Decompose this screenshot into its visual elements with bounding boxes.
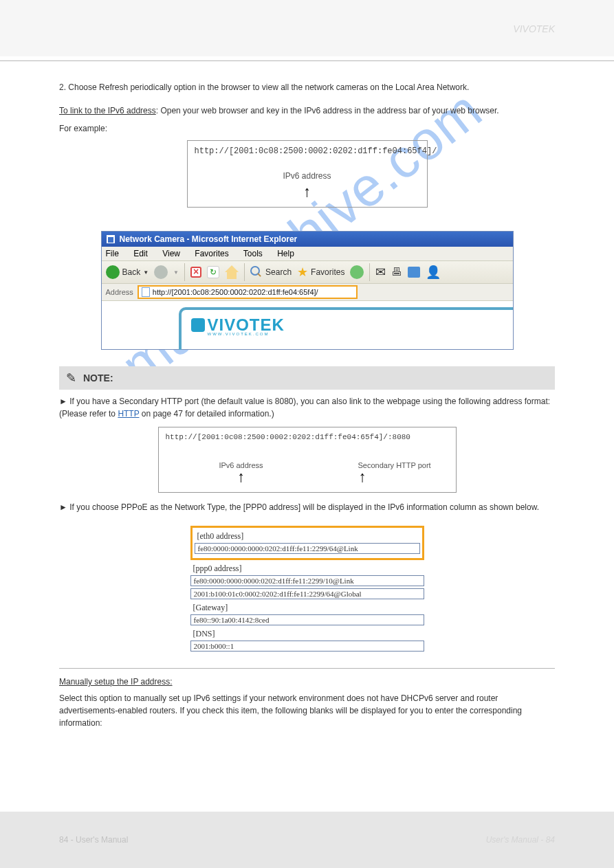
eth0-label: [eth0 address] bbox=[195, 530, 420, 543]
toolbar-separator bbox=[244, 263, 245, 281]
menu-help[interactable]: Help bbox=[277, 249, 294, 258]
gateway-value: fe80::90:1a00:4142:8ced bbox=[190, 614, 424, 625]
ppp0-value1: fe80:0000:0000:0000:0202:d1ff:fe11:2299/… bbox=[190, 575, 424, 586]
note-line2: ► If you choose PPPoE as the Network Typ… bbox=[59, 501, 555, 513]
footer-page-right: User's Manual - 84 bbox=[486, 835, 555, 845]
arrow-up-icon: ↑ bbox=[358, 469, 456, 487]
footer: 84 - User's Manual User's Manual - 84 bbox=[0, 812, 614, 868]
media-button[interactable] bbox=[350, 265, 364, 279]
home-button[interactable] bbox=[225, 265, 239, 279]
ipv6-url-text: http://[2001:0c08:2500:0002:0202:d1ff:fe… bbox=[195, 146, 420, 156]
arrow-up-icon: ↑ bbox=[159, 469, 324, 487]
toolbar-separator bbox=[184, 263, 185, 281]
menu-edit[interactable]: Edit bbox=[133, 249, 148, 258]
forward-button[interactable] bbox=[154, 265, 168, 279]
footer-page-left: 84 - User's Manual bbox=[59, 835, 128, 845]
header-rule bbox=[0, 60, 614, 61]
star-icon: ★ bbox=[297, 265, 308, 280]
menu-favorites[interactable]: Favorites bbox=[195, 249, 228, 258]
ipv6-label-left: IPv6 address bbox=[159, 461, 324, 469]
edit-button[interactable] bbox=[408, 267, 420, 278]
eth0-highlight: [eth0 address] fe80:0000:0000:0000:0202:… bbox=[190, 526, 424, 560]
search-icon bbox=[250, 266, 263, 278]
header-breadcrumb: VIVOTEK bbox=[513, 23, 555, 34]
note-label: NOTE: bbox=[83, 372, 113, 383]
refresh-button[interactable]: ↻ bbox=[207, 266, 219, 278]
gateway-label: [Gateway] bbox=[190, 601, 424, 614]
favorites-label: Favorites bbox=[311, 267, 344, 277]
back-label: Back bbox=[122, 267, 141, 277]
search-label: Search bbox=[265, 267, 292, 277]
manual-setup-para: Select this option to manually set up IP… bbox=[59, 692, 555, 729]
browser-toolbar: Back ▼ ▼ ↻ Search ★ Favorites ✉ 🖶 👤 bbox=[102, 261, 513, 284]
camera-icon bbox=[191, 318, 205, 332]
note-link-http[interactable]: HTTP bbox=[118, 409, 139, 419]
manual-setup-heading: Manually setup the IP address: bbox=[59, 677, 555, 687]
browser-page: VIVOTEK WWW.VIVOTEK.COM bbox=[102, 301, 513, 349]
print-button[interactable]: 🖶 bbox=[391, 266, 402, 278]
address-input[interactable]: http://[2001:0c08:2500:0002:0202:d1ff:fe… bbox=[138, 285, 358, 299]
ipv6-port-box: http://[2001:0c08:2500:0002:0202:d1ff:fe… bbox=[158, 427, 457, 493]
arrow-up-icon: ↑ bbox=[303, 184, 311, 201]
messenger-icon[interactable]: 👤 bbox=[426, 265, 441, 280]
address-label: Address bbox=[106, 288, 133, 296]
ipv6-port-url: http://[2001:0c08:2500:0002:0202:d1ff:fe… bbox=[166, 433, 449, 441]
dns-value: 2001:b000::1 bbox=[190, 641, 424, 652]
browser-title: Network Camera - Microsoft Internet Expl… bbox=[120, 234, 298, 244]
ipv6-url-arrow-label: IPv6 address bbox=[283, 171, 331, 181]
toolbar-separator bbox=[369, 263, 370, 281]
note-banner: ✎ NOTE: bbox=[59, 366, 555, 390]
stop-button[interactable] bbox=[190, 267, 201, 278]
intro-para2-underline: To link to the IPv6 address bbox=[59, 106, 156, 115]
browser-addressbar: Address http://[2001:0c08:2500:0002:0202… bbox=[102, 284, 513, 301]
ppp0-value2: 2001:b100:01c0:0002:0202:d1ff:fe11:2299/… bbox=[190, 588, 424, 599]
browser-titlebar: Network Camera - Microsoft Internet Expl… bbox=[102, 232, 513, 247]
pencil-icon: ✎ bbox=[66, 370, 76, 386]
vivotek-panel: VIVOTEK WWW.VIVOTEK.COM bbox=[179, 307, 513, 350]
page-icon bbox=[142, 287, 150, 297]
ie-icon bbox=[106, 234, 116, 244]
menu-file[interactable]: File bbox=[106, 249, 119, 258]
menu-tools[interactable]: Tools bbox=[243, 249, 263, 258]
menu-view[interactable]: View bbox=[162, 249, 180, 258]
mail-button[interactable]: ✉ bbox=[375, 265, 386, 280]
ipv6-url-box: http://[2001:0c08:2500:0002:0202:d1ff:fe… bbox=[187, 140, 428, 208]
browser-menubar: File Edit View Favorites Tools Help bbox=[102, 247, 513, 261]
dropdown-icon: ▼ bbox=[143, 269, 149, 276]
ppp0-label: [ppp0 address] bbox=[190, 562, 424, 575]
intro-para1: 2. Choose Refresh periodically option in… bbox=[59, 81, 555, 93]
note-line1b: on page 47 for detailed information.) bbox=[142, 409, 274, 419]
intro-para2-rest: : Open your web browser and key in the I… bbox=[156, 106, 499, 115]
back-button[interactable]: Back ▼ bbox=[106, 265, 149, 279]
favorites-button[interactable]: ★ Favorites bbox=[297, 265, 344, 280]
dns-label: [DNS] bbox=[190, 627, 424, 641]
dropdown-icon: ▼ bbox=[173, 269, 179, 276]
section-divider bbox=[59, 668, 555, 669]
browser-window: Network Camera - Microsoft Internet Expl… bbox=[101, 231, 514, 350]
address-url-text: http://[2001:0c08:2500:0002:0202:d1ff:fe… bbox=[153, 288, 318, 296]
example-label: For example: bbox=[59, 122, 555, 135]
search-button[interactable]: Search bbox=[250, 266, 292, 278]
vivotek-logo-subtitle: WWW.VIVOTEK.COM bbox=[208, 332, 513, 336]
back-arrow-icon bbox=[106, 265, 120, 279]
ipv6-label-right: Secondary HTTP port bbox=[358, 461, 456, 469]
ipv6-info-panel: [eth0 address] fe80:0000:0000:0000:0202:… bbox=[190, 526, 424, 652]
eth0-value: fe80:0000:0000:0000:0202:d1ff:fe11:2299/… bbox=[195, 543, 420, 554]
